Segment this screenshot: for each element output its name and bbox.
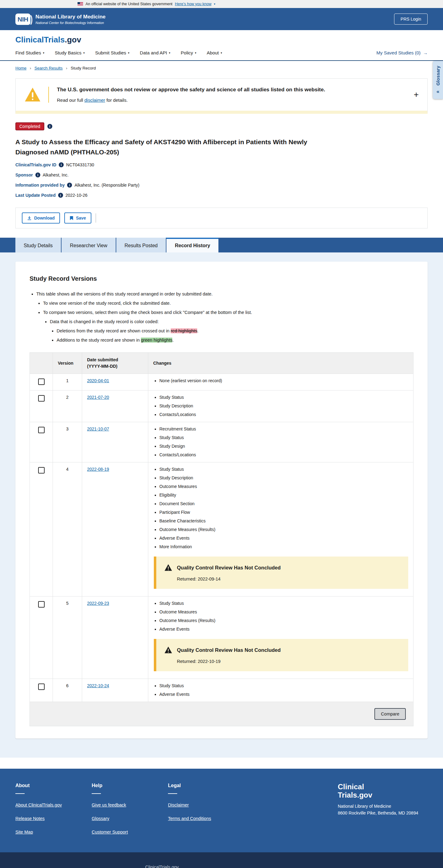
compare-cell: Compare	[30, 702, 413, 726]
chevron-down-icon: ▾	[43, 51, 44, 55]
version-checkbox[interactable]	[38, 601, 45, 608]
footer-link-terms-and-conditions[interactable]: Terms and Conditions	[168, 816, 244, 821]
chevron-down-icon: ▾	[214, 2, 215, 5]
red-highlight-sample: red highlights	[171, 329, 197, 333]
nav-item-policy[interactable]: Policy ▾	[181, 50, 197, 55]
date-column-header: Date submitted (YYYY-MM-DD)	[82, 353, 148, 374]
changes-cell: Recruitment StatusStudy StatusStudy Desi…	[148, 422, 413, 462]
bullet-text: To compare two versions, select them usi…	[43, 310, 252, 315]
warning-icon	[164, 646, 172, 654]
version-checkbox[interactable]	[38, 378, 45, 385]
change-item: Document Section	[159, 501, 408, 506]
nlm-names: National Library of Medicine National Ce…	[35, 14, 106, 25]
logo-primary: ClinicalTrials	[16, 35, 65, 44]
footer-org: National Library of Medicine	[338, 804, 427, 809]
footer-column-help: Help Give us feedback Glossary Customer …	[92, 783, 168, 835]
expand-plus-icon[interactable]: +	[414, 90, 419, 99]
prs-login-button[interactable]: PRS Login	[394, 13, 427, 25]
clinicaltrials-logo[interactable]: ClinicalTrials.gov	[16, 35, 427, 44]
qc-callout-returned: Returned: 2022-09-14	[177, 577, 400, 582]
intro-bullets: This table shows all the versions of thi…	[30, 291, 413, 343]
tab-study-details[interactable]: Study Details	[16, 238, 61, 252]
version-date-link[interactable]: 2020-04-01	[87, 378, 109, 383]
change-item: Baseline Characteristics	[159, 518, 408, 523]
meta-row-sponsor: Sponsor i Alkahest, Inc.	[16, 173, 427, 178]
footer-link-glossary[interactable]: Glossary	[92, 816, 168, 821]
disclaimer-link[interactable]: disclaimer	[84, 97, 105, 103]
glossary-side-tab[interactable]: Glossary «	[433, 61, 443, 99]
footer-link-customer-support[interactable]: Customer Support	[92, 830, 168, 835]
info-icon[interactable]: i	[67, 183, 72, 188]
nih-logo[interactable]: NIH ) National Library of Medicine Natio…	[16, 13, 106, 25]
info-icon[interactable]: i	[59, 162, 64, 167]
footer-link-release-notes[interactable]: Release Notes	[16, 816, 92, 821]
footer-link-disclaimer[interactable]: Disclaimer	[168, 803, 244, 807]
last-update-label: Last Update Posted	[16, 193, 56, 198]
sponsor-value: Alkahest, Inc.	[43, 173, 68, 178]
nav-item-data-and-api[interactable]: Data and API ▾	[140, 50, 171, 55]
version-checkbox[interactable]	[38, 683, 45, 690]
meta-row-id: ClinicalTrials.gov ID i NCT04331730	[16, 162, 427, 167]
versions-tbody: 12020-04-01None (earliest version on rec…	[30, 374, 413, 702]
disclaimer-body-prefix: Read our full	[57, 97, 84, 103]
disclaimer-body: Read our full disclaimer for details.	[57, 97, 406, 103]
ncbi-subtitle: National Center for Biotechnology Inform…	[35, 21, 106, 25]
version-column-header: Version	[53, 353, 82, 374]
version-checkbox[interactable]	[38, 467, 45, 473]
footer-link-site-map[interactable]: Site Map	[16, 830, 92, 835]
how-you-know-link[interactable]: Here’s how you know	[175, 2, 212, 6]
version-number-cell: 5	[53, 596, 82, 679]
change-item: None (earliest version on record)	[159, 378, 408, 383]
version-checkbox[interactable]	[38, 427, 45, 433]
version-checkbox[interactable]	[38, 395, 45, 402]
footer-brand: Clinical Trials.gov National Library of …	[338, 783, 427, 835]
changes-cell: None (earliest version on record)	[148, 374, 413, 391]
bullet-compare: To compare two versions, select them usi…	[43, 310, 413, 343]
last-update-value: 2022-10-26	[65, 193, 88, 198]
study-meta: ClinicalTrials.gov ID i NCT04331730 Spon…	[16, 162, 427, 198]
bullet-intro: This table shows all the versions of thi…	[36, 291, 413, 343]
version-date-link[interactable]: 2022-09-23	[87, 601, 109, 606]
version-date-link[interactable]: 2021-10-07	[87, 427, 109, 431]
breadcrumb: Home › Search Results › Study Record	[16, 61, 427, 72]
chevron-down-icon: ▾	[195, 51, 197, 55]
compare-button[interactable]: Compare	[375, 708, 406, 720]
qc-callout-head: Quality Control Review Has Not Concluded	[164, 564, 400, 571]
chevron-down-icon: ▾	[83, 51, 85, 55]
save-button[interactable]: Save	[64, 213, 91, 223]
date-header-line1: Date submitted	[87, 357, 143, 363]
download-button[interactable]: Download	[22, 213, 60, 223]
version-date-link[interactable]: 2022-10-24	[87, 683, 109, 688]
breadcrumb-search-results-link[interactable]: Search Results	[34, 66, 63, 70]
footer-link-give-us-feedback[interactable]: Give us feedback	[92, 803, 168, 807]
changes-cell: Study StatusOutcome MeasuresOutcome Meas…	[148, 596, 413, 679]
subfooter-statement-block: ClinicalTrials.gov An official website o…	[135, 865, 427, 868]
info-icon[interactable]: i	[35, 173, 40, 178]
nih-logo[interactable]: NIH ) National Library of Medicine Natio…	[16, 865, 135, 868]
tab-results-posted[interactable]: Results Posted	[116, 238, 166, 252]
info-icon[interactable]: i	[58, 193, 63, 198]
date-cell: 2020-04-01	[82, 374, 148, 391]
version-date-link[interactable]: 2021-07-20	[87, 395, 109, 400]
change-item: Study Description	[159, 403, 408, 408]
nav-item-find-studies[interactable]: Find Studies ▾	[16, 50, 44, 55]
change-item: Study Status	[159, 435, 408, 440]
breadcrumb-home-link[interactable]: Home	[16, 66, 26, 70]
version-date-link[interactable]: 2022-08-19	[87, 467, 109, 472]
info-icon[interactable]: i	[48, 124, 52, 129]
nav-item-submit-studies[interactable]: Submit Studies ▾	[95, 50, 129, 55]
date-header-line2: (YYYY-MM-DD)	[87, 363, 143, 370]
my-saved-studies-link[interactable]: My Saved Studies (0) →	[377, 50, 427, 55]
breadcrumb-separator-icon: ›	[66, 66, 67, 70]
tab-researcher-view[interactable]: Researcher View	[61, 238, 116, 252]
footer-link-about-clinicaltrials[interactable]: About ClinicalTrials.gov	[16, 803, 92, 807]
nav-item-about[interactable]: About ▾	[207, 50, 222, 55]
gov-banner: An official website of the United States…	[0, 0, 443, 8]
changes-list: None (earliest version on record)	[153, 378, 408, 383]
divider	[48, 87, 49, 103]
change-item: Study Description	[159, 475, 408, 480]
change-item: Study Status	[159, 467, 408, 472]
tab-record-history[interactable]: Record History	[167, 238, 218, 252]
bullet-text: Deletions from the study record are show…	[57, 329, 171, 333]
nav-item-study-basics[interactable]: Study Basics ▾	[55, 50, 85, 55]
